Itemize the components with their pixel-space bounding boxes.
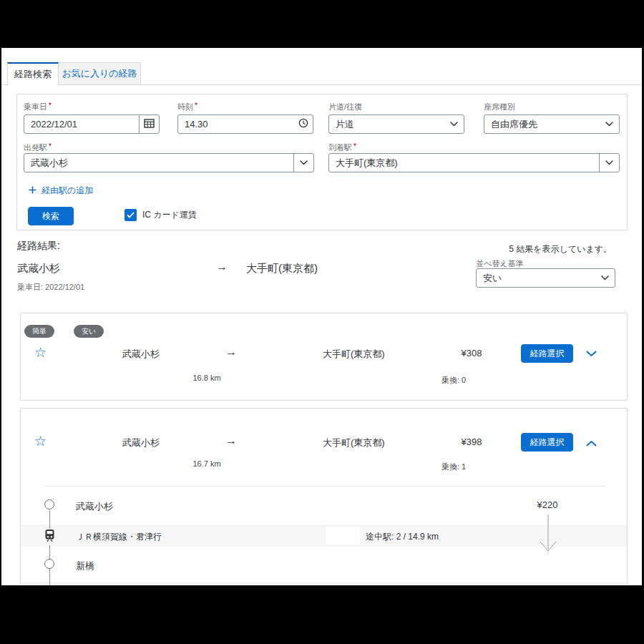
required-mark: * [195, 102, 197, 109]
route-badge: 簡単 [24, 325, 54, 338]
arrow-right-icon: → [225, 346, 237, 358]
sort-label: 並べ替え基準 [476, 258, 524, 269]
card-fare: ¥398 [450, 436, 493, 447]
arrow-right-icon: → [216, 260, 228, 273]
search-button[interactable]: 検索 [28, 207, 74, 225]
collapse-chevron-up-icon[interactable] [583, 436, 599, 450]
tab-route-search[interactable]: 経路検索 [7, 62, 59, 85]
seat-type-label: 座席種別 [484, 102, 515, 112]
detail-end-station: 新橋 [76, 560, 94, 572]
clock-icon [298, 118, 308, 130]
leg-fare: ¥220 [522, 499, 573, 510]
calendar-button[interactable] [139, 115, 159, 133]
chevron-down-icon [600, 115, 619, 133]
card-distance: 16.8 km [185, 374, 228, 382]
card-fare: ¥308 [450, 348, 493, 358]
card-distance: 16.7 km [185, 459, 228, 468]
time-label: 時刻* [177, 102, 197, 112]
select-route-button[interactable]: 経路選択 [521, 344, 573, 363]
trip-type-value: 片道 [329, 118, 444, 131]
select-route-button[interactable]: 経路選択 [521, 433, 573, 452]
tabbar-divider [1, 84, 642, 85]
time-input[interactable]: 14.30 [177, 114, 313, 134]
timeline-connector [49, 510, 50, 585]
detail-divider [44, 486, 605, 487]
from-station-value: 武蔵小杉 [24, 157, 293, 170]
route-badge: 安い [74, 325, 104, 338]
chevron-down-icon [595, 269, 615, 287]
time-label-text: 時刻 [177, 102, 193, 111]
add-via-station-link[interactable]: 経由駅の追加 [29, 185, 93, 197]
calendar-icon [144, 118, 155, 130]
time-value: 14.30 [178, 119, 293, 130]
station-marker-circle [44, 559, 54, 569]
chevron-down-icon[interactable] [599, 154, 619, 172]
app-window: 経路検索 お気に入りの経路 乗車日* 2022/12/01 時刻* 14.30 [1, 48, 642, 585]
to-label-text: 到着駅 [328, 143, 352, 152]
date-label-text: 乗車日 [24, 102, 47, 111]
seat-type-select[interactable]: 自由席優先 [484, 114, 620, 134]
chevron-down-icon[interactable] [293, 154, 313, 172]
leg-line-name: ＪＲ横須賀線・君津行 [76, 531, 162, 543]
clock-button[interactable] [293, 115, 313, 133]
card-transfers: 乗換: 1 [425, 462, 482, 472]
card-from-station: 武蔵小杉 [122, 348, 160, 361]
card-transfers: 乗換: 0 [425, 375, 482, 386]
plus-icon [29, 186, 36, 196]
arrow-right-icon: → [225, 434, 237, 447]
date-input[interactable]: 2022/12/01 [24, 114, 160, 134]
tab-favorite-routes[interactable]: お気に入りの経路 [59, 62, 141, 84]
sort-value: 安い [477, 272, 595, 285]
ic-fare-checkbox[interactable] [125, 209, 137, 221]
line-logo-placeholder [326, 527, 360, 545]
expand-chevron-down-icon[interactable] [583, 346, 599, 361]
summary-to-station: 大手町(東京都) [246, 262, 318, 275]
trip-type-label: 片道/往復 [328, 102, 362, 112]
ic-fare-label: IC カード運賃 [142, 209, 197, 221]
card-to-station: 大手町(東京都) [323, 436, 385, 449]
sort-select[interactable]: 安い [476, 268, 615, 288]
search-form-panel: 乗車日* 2022/12/01 時刻* 14.30 片道/往復 片道 [16, 94, 628, 230]
from-station-label: 出発駅* [24, 142, 52, 153]
summary-ride-date: 乗車日: 2022/12/01 [17, 282, 84, 293]
ic-fare-row: IC カード運賃 [125, 209, 197, 221]
results-title: 経路結果: [17, 240, 60, 253]
required-mark: * [49, 142, 52, 150]
required-mark: * [49, 102, 52, 109]
from-station-select[interactable]: 武蔵小杉 [24, 153, 314, 172]
to-station-value: 大手町(東京都) [329, 157, 599, 170]
to-station-label: 到着駅* [328, 142, 356, 153]
card-from-station: 武蔵小杉 [122, 436, 160, 449]
route-result-card: 簡単 安い ☆ 武蔵小杉 → 大手町(東京都) ¥308 経路選択 16.8 k… [20, 313, 628, 401]
station-marker-circle [44, 499, 54, 509]
to-station-select[interactable]: 大手町(東京都) [328, 153, 620, 172]
route-result-card: ☆ 武蔵小杉 → 大手町(東京都) ¥398 経路選択 16.7 km 乗換: … [20, 408, 628, 585]
leg-stops-info: 途中駅: 2 / 14.9 km [366, 531, 439, 543]
card-to-station: 大手町(東京都) [323, 348, 385, 361]
seat-type-value: 自由席優先 [484, 118, 600, 131]
summary-from-station: 武蔵小杉 [17, 262, 60, 275]
leg-down-arrow-icon [539, 514, 557, 561]
date-label: 乗車日* [24, 102, 52, 112]
add-via-station-text: 経由駅の追加 [42, 185, 93, 197]
results-count: 5 結果を表示しています。 [509, 243, 612, 255]
detail-start-station: 武蔵小杉 [76, 500, 113, 513]
required-mark: * [353, 142, 356, 150]
train-icon [44, 529, 56, 545]
favorite-star-icon[interactable]: ☆ [34, 434, 47, 448]
date-value: 2022/12/01 [24, 119, 139, 130]
trip-type-select[interactable]: 片道 [328, 114, 464, 134]
from-label-text: 出発駅 [24, 143, 47, 152]
leg-stripe [21, 582, 627, 585]
chevron-down-icon [444, 115, 464, 133]
favorite-star-icon[interactable]: ☆ [34, 346, 47, 359]
check-icon [127, 210, 135, 220]
